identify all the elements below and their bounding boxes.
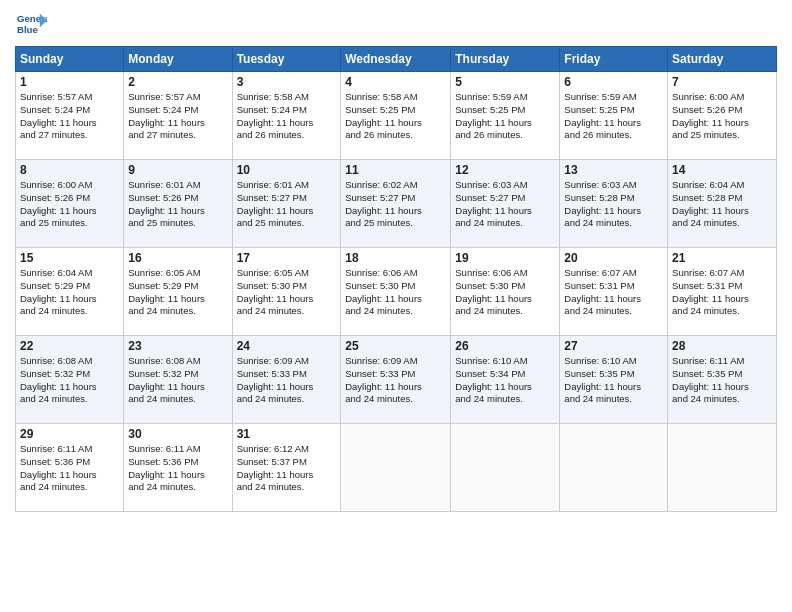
day-info: Sunrise: 6:05 AM Sunset: 5:29 PM Dayligh… bbox=[128, 267, 227, 318]
calendar-cell: 18Sunrise: 6:06 AM Sunset: 5:30 PM Dayli… bbox=[341, 248, 451, 336]
calendar-cell: 7Sunrise: 6:00 AM Sunset: 5:26 PM Daylig… bbox=[668, 72, 777, 160]
calendar-cell: 26Sunrise: 6:10 AM Sunset: 5:34 PM Dayli… bbox=[451, 336, 560, 424]
day-number: 3 bbox=[237, 75, 337, 89]
day-number: 31 bbox=[237, 427, 337, 441]
calendar-cell: 6Sunrise: 5:59 AM Sunset: 5:25 PM Daylig… bbox=[560, 72, 668, 160]
day-info: Sunrise: 5:57 AM Sunset: 5:24 PM Dayligh… bbox=[128, 91, 227, 142]
calendar-cell: 28Sunrise: 6:11 AM Sunset: 5:35 PM Dayli… bbox=[668, 336, 777, 424]
day-number: 6 bbox=[564, 75, 663, 89]
day-info: Sunrise: 5:58 AM Sunset: 5:24 PM Dayligh… bbox=[237, 91, 337, 142]
day-info: Sunrise: 6:11 AM Sunset: 5:36 PM Dayligh… bbox=[20, 443, 119, 494]
calendar-cell: 4Sunrise: 5:58 AM Sunset: 5:25 PM Daylig… bbox=[341, 72, 451, 160]
calendar-cell: 24Sunrise: 6:09 AM Sunset: 5:33 PM Dayli… bbox=[232, 336, 341, 424]
calendar-cell: 17Sunrise: 6:05 AM Sunset: 5:30 PM Dayli… bbox=[232, 248, 341, 336]
day-info: Sunrise: 6:10 AM Sunset: 5:34 PM Dayligh… bbox=[455, 355, 555, 406]
calendar-cell: 23Sunrise: 6:08 AM Sunset: 5:32 PM Dayli… bbox=[124, 336, 232, 424]
day-info: Sunrise: 6:08 AM Sunset: 5:32 PM Dayligh… bbox=[20, 355, 119, 406]
calendar-cell: 27Sunrise: 6:10 AM Sunset: 5:35 PM Dayli… bbox=[560, 336, 668, 424]
calendar-cell bbox=[451, 424, 560, 512]
calendar-cell: 9Sunrise: 6:01 AM Sunset: 5:26 PM Daylig… bbox=[124, 160, 232, 248]
day-number: 23 bbox=[128, 339, 227, 353]
day-number: 13 bbox=[564, 163, 663, 177]
day-info: Sunrise: 5:57 AM Sunset: 5:24 PM Dayligh… bbox=[20, 91, 119, 142]
calendar-cell: 15Sunrise: 6:04 AM Sunset: 5:29 PM Dayli… bbox=[16, 248, 124, 336]
day-number: 21 bbox=[672, 251, 772, 265]
calendar-week-1: 1Sunrise: 5:57 AM Sunset: 5:24 PM Daylig… bbox=[16, 72, 777, 160]
calendar-cell: 30Sunrise: 6:11 AM Sunset: 5:36 PM Dayli… bbox=[124, 424, 232, 512]
calendar-cell: 29Sunrise: 6:11 AM Sunset: 5:36 PM Dayli… bbox=[16, 424, 124, 512]
day-info: Sunrise: 6:07 AM Sunset: 5:31 PM Dayligh… bbox=[672, 267, 772, 318]
calendar-week-4: 22Sunrise: 6:08 AM Sunset: 5:32 PM Dayli… bbox=[16, 336, 777, 424]
calendar-cell bbox=[341, 424, 451, 512]
day-info: Sunrise: 6:08 AM Sunset: 5:32 PM Dayligh… bbox=[128, 355, 227, 406]
day-info: Sunrise: 6:04 AM Sunset: 5:28 PM Dayligh… bbox=[672, 179, 772, 230]
calendar-header-saturday: Saturday bbox=[668, 47, 777, 72]
calendar-cell: 3Sunrise: 5:58 AM Sunset: 5:24 PM Daylig… bbox=[232, 72, 341, 160]
day-number: 19 bbox=[455, 251, 555, 265]
day-number: 10 bbox=[237, 163, 337, 177]
day-info: Sunrise: 6:02 AM Sunset: 5:27 PM Dayligh… bbox=[345, 179, 446, 230]
day-info: Sunrise: 6:07 AM Sunset: 5:31 PM Dayligh… bbox=[564, 267, 663, 318]
day-info: Sunrise: 6:00 AM Sunset: 5:26 PM Dayligh… bbox=[20, 179, 119, 230]
day-info: Sunrise: 6:01 AM Sunset: 5:27 PM Dayligh… bbox=[237, 179, 337, 230]
day-number: 22 bbox=[20, 339, 119, 353]
logo-icon: General Blue bbox=[15, 10, 47, 38]
calendar-cell: 21Sunrise: 6:07 AM Sunset: 5:31 PM Dayli… bbox=[668, 248, 777, 336]
day-info: Sunrise: 6:06 AM Sunset: 5:30 PM Dayligh… bbox=[455, 267, 555, 318]
day-number: 11 bbox=[345, 163, 446, 177]
day-info: Sunrise: 6:12 AM Sunset: 5:37 PM Dayligh… bbox=[237, 443, 337, 494]
day-number: 24 bbox=[237, 339, 337, 353]
day-number: 12 bbox=[455, 163, 555, 177]
day-number: 16 bbox=[128, 251, 227, 265]
day-number: 20 bbox=[564, 251, 663, 265]
day-info: Sunrise: 6:00 AM Sunset: 5:26 PM Dayligh… bbox=[672, 91, 772, 142]
calendar-cell: 16Sunrise: 6:05 AM Sunset: 5:29 PM Dayli… bbox=[124, 248, 232, 336]
calendar-header-friday: Friday bbox=[560, 47, 668, 72]
calendar-cell: 14Sunrise: 6:04 AM Sunset: 5:28 PM Dayli… bbox=[668, 160, 777, 248]
day-number: 27 bbox=[564, 339, 663, 353]
day-number: 17 bbox=[237, 251, 337, 265]
calendar-cell: 10Sunrise: 6:01 AM Sunset: 5:27 PM Dayli… bbox=[232, 160, 341, 248]
calendar-cell: 20Sunrise: 6:07 AM Sunset: 5:31 PM Dayli… bbox=[560, 248, 668, 336]
day-info: Sunrise: 5:59 AM Sunset: 5:25 PM Dayligh… bbox=[455, 91, 555, 142]
day-number: 2 bbox=[128, 75, 227, 89]
page-container: General Blue SundayMondayTuesdayWednesda… bbox=[0, 0, 792, 517]
day-number: 7 bbox=[672, 75, 772, 89]
calendar-week-2: 8Sunrise: 6:00 AM Sunset: 5:26 PM Daylig… bbox=[16, 160, 777, 248]
calendar-week-3: 15Sunrise: 6:04 AM Sunset: 5:29 PM Dayli… bbox=[16, 248, 777, 336]
day-info: Sunrise: 6:01 AM Sunset: 5:26 PM Dayligh… bbox=[128, 179, 227, 230]
day-info: Sunrise: 6:03 AM Sunset: 5:27 PM Dayligh… bbox=[455, 179, 555, 230]
calendar-cell: 19Sunrise: 6:06 AM Sunset: 5:30 PM Dayli… bbox=[451, 248, 560, 336]
svg-text:Blue: Blue bbox=[17, 24, 38, 35]
calendar-cell: 2Sunrise: 5:57 AM Sunset: 5:24 PM Daylig… bbox=[124, 72, 232, 160]
calendar-cell: 11Sunrise: 6:02 AM Sunset: 5:27 PM Dayli… bbox=[341, 160, 451, 248]
calendar-cell: 1Sunrise: 5:57 AM Sunset: 5:24 PM Daylig… bbox=[16, 72, 124, 160]
calendar-header-sunday: Sunday bbox=[16, 47, 124, 72]
day-number: 28 bbox=[672, 339, 772, 353]
day-info: Sunrise: 6:03 AM Sunset: 5:28 PM Dayligh… bbox=[564, 179, 663, 230]
calendar-cell bbox=[668, 424, 777, 512]
day-info: Sunrise: 6:04 AM Sunset: 5:29 PM Dayligh… bbox=[20, 267, 119, 318]
day-number: 25 bbox=[345, 339, 446, 353]
calendar-cell: 31Sunrise: 6:12 AM Sunset: 5:37 PM Dayli… bbox=[232, 424, 341, 512]
calendar-cell: 5Sunrise: 5:59 AM Sunset: 5:25 PM Daylig… bbox=[451, 72, 560, 160]
calendar-cell bbox=[560, 424, 668, 512]
day-number: 18 bbox=[345, 251, 446, 265]
day-info: Sunrise: 6:10 AM Sunset: 5:35 PM Dayligh… bbox=[564, 355, 663, 406]
day-number: 9 bbox=[128, 163, 227, 177]
day-info: Sunrise: 6:06 AM Sunset: 5:30 PM Dayligh… bbox=[345, 267, 446, 318]
day-info: Sunrise: 6:09 AM Sunset: 5:33 PM Dayligh… bbox=[237, 355, 337, 406]
calendar-header-wednesday: Wednesday bbox=[341, 47, 451, 72]
day-number: 14 bbox=[672, 163, 772, 177]
calendar-week-5: 29Sunrise: 6:11 AM Sunset: 5:36 PM Dayli… bbox=[16, 424, 777, 512]
calendar-header-tuesday: Tuesday bbox=[232, 47, 341, 72]
calendar-cell: 22Sunrise: 6:08 AM Sunset: 5:32 PM Dayli… bbox=[16, 336, 124, 424]
day-number: 29 bbox=[20, 427, 119, 441]
calendar-cell: 12Sunrise: 6:03 AM Sunset: 5:27 PM Dayli… bbox=[451, 160, 560, 248]
day-info: Sunrise: 5:59 AM Sunset: 5:25 PM Dayligh… bbox=[564, 91, 663, 142]
calendar-header-monday: Monday bbox=[124, 47, 232, 72]
day-info: Sunrise: 6:11 AM Sunset: 5:35 PM Dayligh… bbox=[672, 355, 772, 406]
calendar-cell: 25Sunrise: 6:09 AM Sunset: 5:33 PM Dayli… bbox=[341, 336, 451, 424]
calendar-table: SundayMondayTuesdayWednesdayThursdayFrid… bbox=[15, 46, 777, 512]
day-info: Sunrise: 5:58 AM Sunset: 5:25 PM Dayligh… bbox=[345, 91, 446, 142]
